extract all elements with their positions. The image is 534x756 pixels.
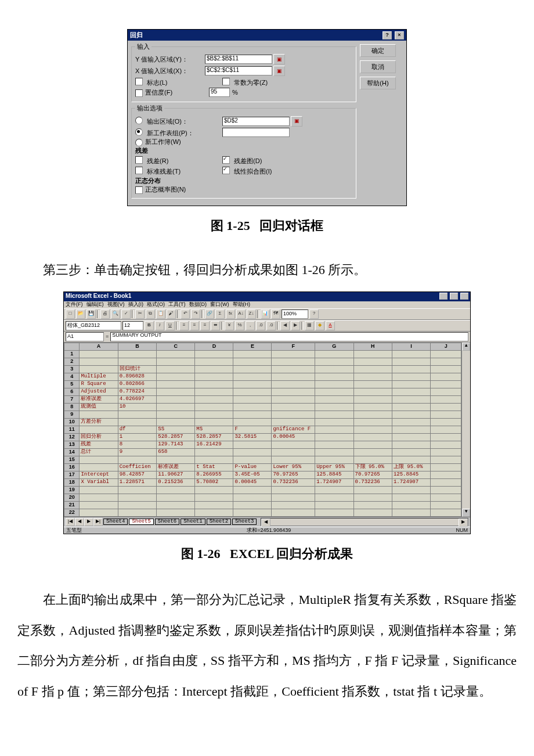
- labels-checkbox[interactable]: [135, 78, 143, 85]
- cell[interactable]: [157, 365, 195, 373]
- cell[interactable]: [118, 411, 157, 418]
- column-header[interactable]: D: [195, 343, 233, 350]
- cell[interactable]: 回归统计: [118, 365, 157, 373]
- new-book-radio[interactable]: [135, 139, 143, 146]
- cell[interactable]: [431, 486, 461, 494]
- cell[interactable]: [431, 456, 461, 463]
- column-header[interactable]: H: [353, 343, 392, 350]
- cell[interactable]: [195, 448, 233, 456]
- select-all-corner[interactable]: [64, 343, 80, 350]
- align-center-icon[interactable]: ≡: [190, 321, 199, 330]
- cell[interactable]: 0.896028: [118, 373, 157, 380]
- cell[interactable]: [80, 463, 118, 471]
- underline-icon[interactable]: U: [165, 321, 175, 330]
- cell[interactable]: [195, 494, 233, 501]
- cell[interactable]: [315, 373, 353, 380]
- cell[interactable]: [431, 403, 461, 411]
- cell[interactable]: [392, 388, 430, 395]
- cell[interactable]: [392, 433, 430, 441]
- row-header[interactable]: 16: [64, 463, 80, 471]
- dec-decimal-icon[interactable]: .0: [266, 321, 276, 330]
- cell[interactable]: [272, 388, 315, 395]
- font-color-icon[interactable]: A: [326, 321, 335, 330]
- inc-indent-icon[interactable]: ▶: [291, 321, 300, 330]
- help-button[interactable]: 帮助(H): [360, 77, 396, 89]
- cell[interactable]: [315, 395, 353, 403]
- cell[interactable]: [157, 411, 195, 418]
- undo-icon[interactable]: ↶: [181, 309, 190, 319]
- row-header[interactable]: 8: [64, 403, 80, 411]
- currency-icon[interactable]: ¥: [225, 321, 234, 330]
- cell[interactable]: Upper 95%: [315, 463, 353, 471]
- cell[interactable]: [315, 456, 353, 463]
- cell[interactable]: 回归分析: [80, 433, 118, 441]
- cell[interactable]: [233, 441, 272, 448]
- cell[interactable]: [272, 418, 315, 426]
- cell[interactable]: [272, 448, 315, 456]
- cell[interactable]: 0.732236: [272, 478, 315, 486]
- cell[interactable]: [272, 501, 315, 509]
- cell[interactable]: [157, 486, 195, 494]
- align-right-icon[interactable]: ≡: [200, 321, 210, 330]
- worksheet-grid[interactable]: ABCDEFGHIJ123回归统计4Multiple0.8960285R Squ…: [64, 343, 461, 517]
- cell[interactable]: [80, 509, 118, 516]
- cell[interactable]: [392, 403, 430, 411]
- cell[interactable]: [272, 380, 315, 388]
- cell[interactable]: [392, 411, 430, 418]
- cell[interactable]: [353, 433, 392, 441]
- cell[interactable]: [233, 501, 272, 509]
- std-residual-checkbox[interactable]: [135, 167, 143, 174]
- autosum-icon[interactable]: Σ: [215, 309, 225, 319]
- cell[interactable]: [353, 380, 392, 388]
- cell[interactable]: 方差分析: [80, 418, 118, 426]
- cell[interactable]: [392, 418, 430, 426]
- cell[interactable]: [272, 403, 315, 411]
- cell[interactable]: [353, 358, 392, 365]
- cell[interactable]: [118, 350, 157, 358]
- inc-decimal-icon[interactable]: .0: [256, 321, 265, 330]
- cell[interactable]: 标准误差: [80, 395, 118, 403]
- cell[interactable]: t Stat: [195, 463, 233, 471]
- cell[interactable]: [157, 380, 195, 388]
- cell[interactable]: [392, 501, 430, 509]
- cancel-button[interactable]: 取消: [360, 60, 396, 73]
- cell[interactable]: [353, 411, 392, 418]
- cell[interactable]: Coefficien: [118, 463, 157, 471]
- dec-indent-icon[interactable]: ◀: [280, 321, 290, 330]
- cell[interactable]: [118, 358, 157, 365]
- cell[interactable]: [353, 403, 392, 411]
- column-header[interactable]: A: [80, 343, 118, 350]
- cell[interactable]: 4.026697: [118, 395, 157, 403]
- cell[interactable]: [233, 395, 272, 403]
- cell[interactable]: [392, 380, 430, 388]
- cell[interactable]: 129.7143: [157, 441, 195, 448]
- cell[interactable]: 0.215236: [157, 478, 195, 486]
- cell[interactable]: [80, 456, 118, 463]
- cell[interactable]: 10: [118, 403, 157, 411]
- cell[interactable]: [431, 501, 461, 509]
- cell[interactable]: [157, 350, 195, 358]
- cell[interactable]: 528.2857: [195, 433, 233, 441]
- help-icon[interactable]: ?: [309, 309, 319, 319]
- minimize-icon[interactable]: [439, 293, 448, 300]
- cell[interactable]: 528.2857: [157, 433, 195, 441]
- cell[interactable]: [353, 395, 392, 403]
- cell[interactable]: [80, 411, 118, 418]
- fx-icon[interactable]: fx: [226, 309, 235, 319]
- cell[interactable]: [80, 365, 118, 373]
- cell[interactable]: [233, 448, 272, 456]
- cell[interactable]: [233, 494, 272, 501]
- cell[interactable]: [233, 509, 272, 516]
- cell[interactable]: [315, 426, 353, 433]
- row-header[interactable]: 18: [64, 478, 80, 486]
- cell[interactable]: [195, 388, 233, 395]
- cell[interactable]: 70.97265: [272, 471, 315, 478]
- cell[interactable]: [80, 350, 118, 358]
- cell[interactable]: [431, 358, 461, 365]
- borders-icon[interactable]: ▦: [305, 321, 314, 330]
- save-icon[interactable]: 💾: [86, 309, 96, 319]
- confidence-input[interactable]: 95: [209, 88, 230, 97]
- cell[interactable]: [118, 486, 157, 494]
- cell[interactable]: [431, 373, 461, 380]
- print-icon[interactable]: 🖨: [100, 309, 110, 319]
